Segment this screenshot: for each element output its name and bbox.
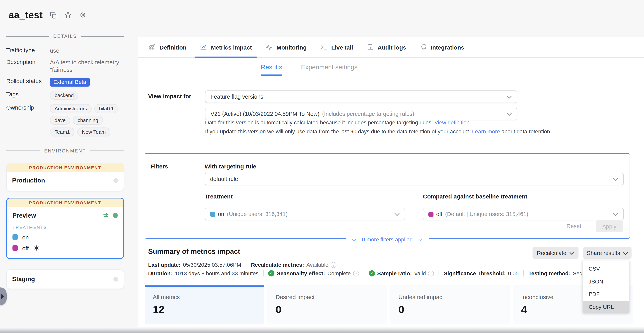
tab-monitoring[interactable]: Monitoring	[265, 37, 306, 57]
treatment-dropdown[interactable]: on (Unique users: 316,341)	[205, 208, 405, 220]
chevron-down-icon	[613, 176, 618, 182]
environment-name-preview: Preview	[12, 212, 36, 219]
version-dropdown[interactable]: V21 (Active) (10/03/2022 04:59PM To Now)…	[205, 108, 517, 120]
apply-button[interactable]: Apply	[596, 220, 623, 232]
status-dot-gray	[114, 277, 118, 282]
tab-label: Monitoring	[276, 44, 306, 50]
card-undesired-impact[interactable]: Undesired impact 0	[390, 286, 510, 324]
tab-metrics-impact[interactable]: Metrics impact	[200, 37, 252, 57]
owner-pill: channing	[73, 116, 103, 125]
view-definition-link[interactable]: View definition	[434, 119, 470, 126]
treatment-on-swatch	[12, 234, 18, 240]
recalculate-button[interactable]: Recalculate	[532, 247, 578, 259]
share-results-button[interactable]: Share results	[583, 247, 632, 259]
terminal-icon	[320, 43, 328, 51]
sample-ratio-label: Sample ratio:	[377, 270, 412, 276]
recalculate-metrics-label: Recalculate metrics:	[251, 262, 304, 268]
menu-item-copy-url[interactable]: Copy URL	[583, 300, 629, 313]
sample-ratio-value: Valid	[414, 270, 426, 276]
tab-label: Definition	[160, 44, 186, 50]
tab-label: Integrations	[431, 44, 464, 50]
check-circle-icon: ✓	[368, 270, 375, 276]
targeting-rule-value: default rule	[210, 176, 238, 182]
menu-item-pdf[interactable]: PDF	[583, 288, 629, 300]
learn-more-link[interactable]: Learn more	[472, 128, 500, 134]
last-update-value: 05/30/2025 03:57:06PM	[183, 262, 241, 268]
description-row: Description A/A test to check telemetry …	[6, 58, 124, 73]
tags-row: Tags backend	[6, 91, 124, 100]
testing-method-label: Testing method:	[528, 270, 570, 276]
chevron-down-icon	[613, 211, 618, 217]
treatment-off-swatch	[428, 212, 434, 216]
swap-arrows-icon	[102, 213, 109, 218]
environment-card-preview[interactable]: PRODUCTION ENVIRONMENT Preview TREATMENT…	[6, 198, 124, 259]
recalculate-label: Recalculate	[537, 250, 566, 256]
tab-audit-logs[interactable]: Audit logs	[366, 37, 406, 57]
page-header: aa_test	[8, 9, 87, 21]
reset-button[interactable]: Reset	[564, 223, 584, 230]
subtab-results[interactable]: Results	[261, 64, 282, 76]
help-icon[interactable]: ?	[428, 270, 434, 276]
tab-live-tail[interactable]: Live tail	[320, 37, 353, 57]
baseline-dropdown[interactable]: off (Default | Unique users: 315,461)	[423, 208, 624, 220]
audit-doc-icon	[366, 43, 374, 51]
last-update-label: Last update:	[148, 262, 180, 268]
seasonality-value: Complete	[328, 270, 351, 276]
view-impact-label: View impact for	[148, 93, 191, 100]
chevron-down-icon	[570, 250, 574, 256]
main-panel: Definition Metrics impact Monitoring Liv…	[138, 37, 644, 327]
card-desired-impact[interactable]: Desired impact 0	[268, 286, 387, 324]
sidebar-collapse-handle[interactable]	[0, 288, 7, 305]
summary-title: Summary of metrics impact	[148, 248, 240, 256]
filters-panel: Filters With targeting rule default rule…	[145, 153, 630, 239]
version-value: V21 (Active) (10/03/2022 04:59PM To Now)	[210, 111, 320, 117]
chevron-down-icon	[418, 236, 423, 242]
divider	[523, 270, 524, 276]
subtab-experiment-settings[interactable]: Experiment settings	[301, 64, 358, 76]
target-icon	[148, 43, 156, 51]
gear-icon[interactable]	[78, 11, 87, 19]
more-filters-toggle[interactable]: 0 more filters applied	[346, 236, 429, 242]
environment-card-staging[interactable]: Staging	[6, 270, 124, 289]
app-window: aa_test DETAILS Traffic type user Descri…	[0, 0, 644, 333]
owner-pill: bilal+1	[94, 104, 118, 113]
tab-label: Audit logs	[378, 44, 406, 50]
tab-definition[interactable]: Definition	[148, 37, 186, 57]
significance-threshold-value: 0.05	[508, 270, 519, 276]
environment-header-label: ENVIRONMENT	[44, 148, 86, 154]
ownership-label: Ownership	[6, 104, 48, 111]
owner-pill: New Team	[77, 128, 110, 136]
impact-type-dropdown[interactable]: Feature flag versions	[205, 90, 517, 103]
star-icon[interactable]	[64, 11, 72, 19]
version-note: (Includes percentage targeting rules)	[322, 111, 414, 117]
divider	[246, 262, 246, 268]
description-value: A/A test to check telemetry "fairness"	[50, 58, 124, 73]
menu-item-csv[interactable]: CSV	[583, 262, 629, 275]
production-environment-banner: PRODUCTION ENVIRONMENT	[7, 164, 124, 172]
summary-meta-row-1: Last update: 05/30/2025 03:57:06PM Recal…	[148, 262, 629, 268]
duration-value: 1013 days 8 hours and 33 minutes	[175, 270, 258, 276]
pulse-icon	[265, 43, 273, 51]
copy-icon[interactable]	[49, 11, 57, 19]
owner-pill: dave	[50, 116, 70, 125]
card-label: Undesired impact	[398, 294, 510, 300]
help-icon[interactable]: ?	[353, 270, 359, 276]
default-asterisk-icon	[34, 246, 39, 251]
card-all-metrics[interactable]: All metrics 12	[145, 286, 264, 324]
traffic-type-row: Traffic type user	[6, 47, 124, 54]
production-environment-banner: PRODUCTION ENVIRONMENT	[7, 198, 123, 207]
chevron-down-icon	[352, 236, 356, 242]
treatment-value-note: (Unique users: 316,341)	[227, 211, 288, 217]
tags-label: Tags	[6, 91, 48, 98]
menu-item-json[interactable]: JSON	[583, 275, 629, 288]
significance-threshold-label: Significance Threshold:	[444, 270, 506, 276]
info-icon[interactable]: i	[331, 262, 336, 268]
baseline-value-note: (Default | Unique users: 315,461)	[445, 211, 528, 217]
more-filters-label: 0 more filters applied	[362, 236, 413, 242]
sidebar: DETAILS Traffic type user Description A/…	[6, 34, 124, 289]
targeting-rule-dropdown[interactable]: default rule	[205, 173, 624, 185]
details-header-label: DETAILS	[53, 34, 77, 39]
environment-card-production[interactable]: PRODUCTION ENVIRONMENT Production	[6, 163, 124, 191]
expand-arrow-icon	[1, 294, 4, 299]
tab-integrations[interactable]: Integrations	[420, 37, 464, 57]
